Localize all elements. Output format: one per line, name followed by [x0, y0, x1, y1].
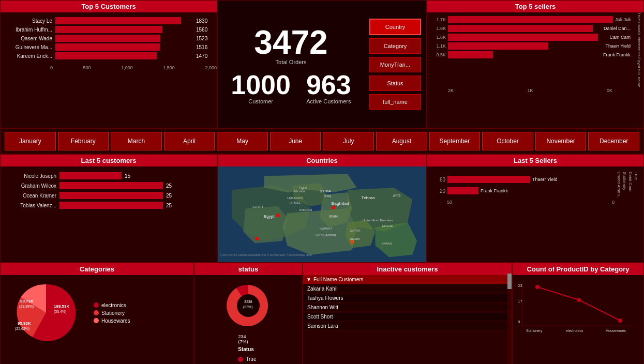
active-customers-stat: 963 Active Customers: [306, 71, 351, 104]
svg-text:Iraq: Iraq: [324, 194, 331, 198]
bar-value: 1830: [196, 18, 212, 24]
categories-pie: 188.53K (50.4%) 95.83K (25.62%) 89.71K (…: [5, 279, 87, 346]
month-button[interactable]: March: [111, 132, 162, 150]
inactive-customer-row[interactable]: Shannon Witt: [304, 304, 511, 312]
svg-text:Muscat: Muscat: [382, 224, 393, 228]
seller-fill: [448, 42, 548, 50]
bar-fill: [55, 26, 162, 33]
last-customer-value: 25: [166, 203, 176, 208]
inactive-customer-row[interactable]: Scott Short: [304, 313, 511, 321]
month-button[interactable]: December: [588, 132, 639, 150]
svg-text:United Arab Emirates: United Arab Emirates: [362, 218, 393, 222]
rotated-label: Hawala: [637, 22, 641, 36]
svg-text:LEBANON: LEBANON: [287, 196, 303, 200]
svg-text:8: 8: [518, 320, 520, 324]
scrollbar[interactable]: [507, 274, 512, 364]
inactive-customer-row[interactable]: Samson Lara: [304, 322, 511, 330]
categories-chart: 188.53K (50.4%) 95.83K (25.62%) 89.71K (…: [1, 275, 193, 351]
top5customers-bar-row: Kareem Erick... 1470: [6, 52, 212, 59]
last-customer-value: 25: [166, 183, 176, 189]
svg-text:188.53K: 188.53K: [54, 304, 69, 309]
svg-text:3238: 3238: [244, 300, 252, 304]
filter-button[interactable]: MonyTran...: [369, 57, 421, 72]
axis-tick: 1,000: [121, 65, 133, 70]
status-overlay-labels: 234(7%): [238, 334, 258, 344]
filter-button[interactable]: Country: [369, 19, 421, 35]
month-button[interactable]: November: [535, 132, 587, 150]
month-button[interactable]: May: [217, 132, 268, 150]
bar-fill: [55, 17, 181, 24]
sellers-axis-tick: 2K: [448, 88, 454, 93]
seller-value: 1.6K: [431, 35, 446, 40]
bar-fill: [55, 52, 157, 59]
top5customers-axis: 05001,0001,5002,000: [1, 64, 217, 70]
month-button[interactable]: June: [270, 132, 321, 150]
categories-panel: Categories 188.53K (50.4%) 95.83K: [0, 263, 194, 364]
month-button[interactable]: January: [5, 132, 56, 150]
svg-text:23: 23: [518, 283, 522, 288]
month-button[interactable]: September: [429, 132, 481, 150]
seller-value: 1.6K: [431, 26, 446, 31]
seller-fill: [448, 16, 613, 23]
rot-label-uae: United Arab E.: [617, 172, 621, 199]
bar-track: [55, 26, 193, 33]
svg-text:© 2024 TomTom, Earthstar Geogr: © 2024 TomTom, Earthstar Geographics SIO…: [220, 253, 312, 256]
last-customer-bar: [59, 202, 163, 209]
status-true-dot: [238, 357, 243, 362]
total-orders-number: 3472: [254, 26, 327, 59]
filter-button[interactable]: full_name: [369, 94, 421, 110]
svg-text:JORDAN: JORDAN: [299, 208, 312, 211]
inactive-dropdown-header[interactable]: ▼ Full Name Customers: [303, 275, 512, 284]
active-customers-label: Active Customers: [306, 98, 351, 104]
top5customers-bar-row: Guinevere Ma... 1516: [6, 43, 212, 51]
svg-text:QATAR: QATAR: [350, 229, 361, 232]
svg-text:Riyadh: Riyadh: [350, 237, 360, 240]
top5customers-bars: Stacy Le 1830 Ibrahim Huffm... 1560 Qase…: [1, 12, 217, 64]
top5sellers-axis: 2K1K0K: [427, 87, 643, 93]
month-button[interactable]: July: [323, 132, 374, 150]
legend-label: Housewares: [101, 318, 130, 324]
top5sellers-title: Top 5 sellers: [427, 1, 643, 12]
seller-label: Thaerr Yield: [605, 43, 631, 49]
mid-row: Last 5 customers Nicole Joseph 15 Graham…: [0, 154, 644, 263]
last-customer-value: 25: [166, 193, 176, 199]
seller-value: 0.5K: [431, 52, 446, 57]
seller-label: Daniel Dan...: [604, 26, 631, 31]
inactive-customers-title: Inactive customers: [303, 263, 512, 275]
svg-text:(93%): (93%): [243, 305, 253, 309]
month-button[interactable]: February: [58, 132, 109, 150]
total-orders-label: Total Orders: [276, 59, 307, 65]
last5sellers-axis: 50 0: [432, 199, 615, 205]
inactive-customers-table: Zakaria KahilTashya FlowersShannon WittS…: [303, 284, 512, 331]
filter-button[interactable]: Status: [369, 75, 421, 91]
top5customers-panel: Top 5 Customers Stacy Le 1830 Ibrahim Hu…: [0, 0, 217, 128]
rotated-label: full_name: [637, 69, 641, 87]
filter-button[interactable]: Category: [369, 38, 421, 54]
inactive-customer-name: Tashya Flowers: [304, 294, 511, 302]
svg-text:ISRAEL: ISRAEL: [290, 201, 302, 204]
last-customer-bar: [59, 192, 163, 199]
top5sellers-bar-row: 1.1K Thaerr Yield: [431, 42, 631, 50]
top5sellers-bar-row: 0.5K Frank Frankk: [431, 51, 631, 58]
month-button[interactable]: August: [376, 132, 427, 150]
category-legend-item: Housewares: [94, 318, 130, 324]
last5sellers-rotated-labels: True Debit Card Stationery United Arab E…: [617, 172, 638, 199]
sellers-rotated-labels: TrueHawalaelectronicsEgyptfull_name: [635, 12, 643, 87]
inactive-customer-row[interactable]: Zakaria Kahil: [304, 285, 511, 293]
seller-fill: [448, 51, 493, 58]
top5sellers-bar-row: 1.7K Juli Juli: [431, 16, 631, 23]
inactive-customer-name: Zakaria Kahil: [304, 285, 511, 293]
last5customers-panel: Last 5 customers Nicole Joseph 15 Graham…: [0, 154, 217, 263]
legend-label: Stationery: [101, 310, 125, 316]
svg-text:IRAN: IRAN: [329, 215, 338, 219]
bar-track: [55, 52, 193, 59]
seller-value: 1.7K: [431, 17, 446, 22]
inactive-customer-row[interactable]: Tashya Flowers: [304, 294, 511, 302]
rot-label-stationery: Stationery: [622, 172, 627, 199]
status-title: status: [194, 263, 302, 275]
top5sellers-bar-row: 1.6K Cam Cam: [431, 34, 631, 41]
month-button[interactable]: April: [164, 132, 215, 150]
last5customers-row: Tobias Valenz... 25: [5, 202, 213, 209]
month-button[interactable]: October: [482, 132, 533, 150]
inactive-table-body: Zakaria KahilTashya FlowersShannon WittS…: [304, 285, 511, 330]
